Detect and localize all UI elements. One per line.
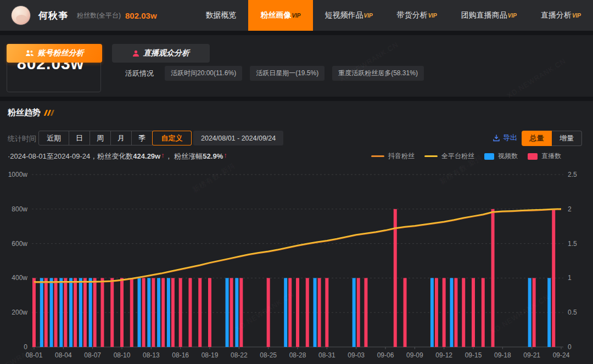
svg-text:1: 1 xyxy=(568,274,572,282)
export-button[interactable]: 导出 xyxy=(493,133,517,143)
tab-data-overview[interactable]: 数据概览 xyxy=(193,0,248,31)
legend-douyin-fans[interactable]: 抖音粉丝 xyxy=(371,152,415,161)
tab-group-live-products[interactable]: 团购直播商品 VIP xyxy=(449,0,529,31)
chart-canvas: 00200w0.5400w1600w1.5800w21000w2.508-010… xyxy=(0,168,593,363)
svg-text:08-01: 08-01 xyxy=(26,351,43,359)
fan-trend-panel: 粉丝趋势 统计时间 近期 日 周 月 季 自定义 2024/08/01 - 20… xyxy=(0,101,593,364)
main-nav: 数据概览 粉丝画像 VIP 短视频作品 VIP 带货分析 VIP 团购直播商品 … xyxy=(193,0,593,31)
fans-count-value: 802.03w xyxy=(125,11,157,20)
activity-label: 活跃情况 xyxy=(125,69,154,79)
svg-text:08-07: 08-07 xyxy=(84,351,101,359)
legend-allplatform-fans[interactable]: 全平台粉丝 xyxy=(424,152,474,161)
svg-text:0: 0 xyxy=(568,343,572,351)
users-icon xyxy=(25,49,34,57)
top-bar: 何秋亊 粉丝数(全平台) 802.03w 数据概览 粉丝画像 VIP 短视频作品… xyxy=(0,0,593,31)
person-icon xyxy=(132,50,139,57)
activity-day-chip: 活跃日星期一(19.5%) xyxy=(250,66,325,81)
stat-time-label: 统计时间 xyxy=(8,134,36,144)
svg-text:08-25: 08-25 xyxy=(260,351,277,359)
svg-text:09-15: 09-15 xyxy=(465,351,482,359)
svg-text:09-09: 09-09 xyxy=(406,351,423,359)
range-custom[interactable]: 自定义 xyxy=(152,131,192,145)
activity-time-chip: 活跃时间20:00(11.6%) xyxy=(165,66,242,81)
toggle-increment[interactable]: 增量 xyxy=(552,131,582,146)
svg-text:09-12: 09-12 xyxy=(435,351,452,359)
svg-text:08-13: 08-13 xyxy=(143,351,160,359)
svg-text:08-16: 08-16 xyxy=(172,351,189,359)
creator-name: 何秋亊 xyxy=(38,9,68,22)
download-icon xyxy=(493,134,500,142)
tab-ecommerce-analysis[interactable]: 带货分析 VIP xyxy=(385,0,449,31)
section-title: 粉丝趋势 xyxy=(8,108,53,118)
svg-text:08-31: 08-31 xyxy=(318,351,335,359)
legend-line-swatch xyxy=(371,155,384,157)
svg-text:2: 2 xyxy=(568,205,572,213)
vip-badge: VIP xyxy=(292,13,300,19)
chart-legend: 抖音粉丝 全平台粉丝 视频数 直播数 xyxy=(371,152,561,161)
vip-badge: VIP xyxy=(364,13,373,19)
trend-chart[interactable]: 00200w0.5400w1600w1.5800w21000w2.508-010… xyxy=(0,168,593,363)
change-value: 424.29w xyxy=(133,152,160,160)
svg-text:1000w: 1000w xyxy=(8,171,28,178)
title-accent-icon xyxy=(45,110,53,116)
tab-live-analysis[interactable]: 直播分析 VIP xyxy=(529,0,593,31)
svg-text:200w: 200w xyxy=(12,309,27,316)
total-increment-toggle: 总量 增量 xyxy=(522,131,582,146)
range-segmented-control: 近期 日 周 月 季 自定义 xyxy=(38,131,192,145)
svg-text:09-18: 09-18 xyxy=(494,351,511,359)
tab-fan-portrait[interactable]: 粉丝画像 VIP xyxy=(248,0,312,31)
svg-text:09-24: 09-24 xyxy=(553,351,570,359)
activity-heavy-chip: 重度活跃粉丝居多(58.31%) xyxy=(332,66,424,81)
svg-text:09-21: 09-21 xyxy=(523,351,540,359)
svg-text:400w: 400w xyxy=(12,274,27,282)
svg-text:09-03: 09-03 xyxy=(348,351,365,359)
range-day[interactable]: 日 xyxy=(69,131,90,145)
svg-text:08-19: 08-19 xyxy=(202,351,219,359)
tab-short-videos[interactable]: 短视频作品 VIP xyxy=(313,0,385,31)
svg-text:2.5: 2.5 xyxy=(568,171,577,178)
svg-text:08-10: 08-10 xyxy=(114,351,131,359)
svg-text:09-06: 09-06 xyxy=(377,351,394,359)
up-arrow-icon: ↑ xyxy=(161,151,165,159)
trend-summary: ·2024-08-01至2024-09-24，粉丝变化数424.29w↑， 粉丝… xyxy=(8,152,228,161)
up-arrow-icon: ↑ xyxy=(223,151,227,159)
svg-text:08-04: 08-04 xyxy=(55,351,72,359)
range-month[interactable]: 月 xyxy=(111,131,132,145)
legend-bar-swatch xyxy=(484,153,494,160)
svg-text:600w: 600w xyxy=(12,240,27,248)
svg-text:1.5: 1.5 xyxy=(568,240,577,248)
toggle-total[interactable]: 总量 xyxy=(522,131,552,146)
range-recent[interactable]: 近期 xyxy=(39,131,69,145)
fans-count-label: 粉丝数(全平台) xyxy=(77,11,121,20)
live-audience-analysis-tab[interactable]: 直播观众分析 xyxy=(112,44,210,63)
dashboard: 何秋亊 粉丝数(全平台) 802.03w 数据概览 粉丝画像 VIP 短视频作品… xyxy=(0,0,593,364)
legend-bar-swatch xyxy=(528,153,538,160)
svg-text:08-22: 08-22 xyxy=(231,351,248,359)
svg-text:08-28: 08-28 xyxy=(289,351,306,359)
legend-line-swatch xyxy=(424,155,438,157)
growth-value: 52.9% xyxy=(203,152,223,160)
vip-badge: VIP xyxy=(428,13,437,19)
trend-controls: 统计时间 近期 日 周 月 季 自定义 2024/08/01 - 2024/09… xyxy=(0,131,593,146)
svg-text:800w: 800w xyxy=(12,205,27,213)
legend-live-count[interactable]: 直播数 xyxy=(528,152,561,161)
vip-badge: VIP xyxy=(508,13,517,19)
svg-text:0.5: 0.5 xyxy=(568,309,577,316)
vip-badge: VIP xyxy=(572,13,581,19)
activity-row: 活跃情况 活跃时间20:00(11.6%) 活跃日星期一(19.5%) 重度活跃… xyxy=(125,66,424,81)
date-range-picker[interactable]: 2024/08/01 - 2024/09/24 xyxy=(193,131,283,145)
range-week[interactable]: 周 xyxy=(90,131,111,145)
account-fan-analysis-button[interactable]: 账号粉丝分析 xyxy=(7,44,102,63)
svg-text:0: 0 xyxy=(24,343,27,351)
legend-video-count[interactable]: 视频数 xyxy=(484,152,518,161)
range-quarter[interactable]: 季 xyxy=(132,131,153,145)
overview-panel: 802.03w 账号粉丝分析 直播观众分析 活跃情况 活跃时间20:00(11.… xyxy=(0,35,593,97)
avatar[interactable] xyxy=(11,5,31,25)
